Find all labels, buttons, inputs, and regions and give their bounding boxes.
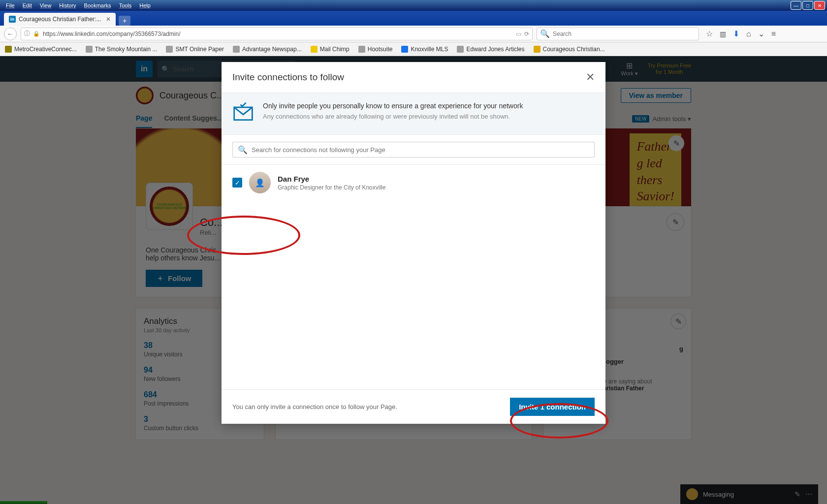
modal-title: Invite connections to follow (232, 72, 344, 83)
bookmark-favicon-icon (86, 46, 93, 53)
browser-search-input[interactable] (553, 31, 696, 37)
info-icon: ⓘ (24, 30, 30, 38)
url-text: https://www.linkedin.com/company/3536657… (43, 31, 513, 37)
tab-favicon-icon: in (9, 16, 16, 23)
envelope-check-icon (232, 102, 254, 126)
bookmark-bar: MetroCreativeConnec... The Smoky Mountai… (0, 42, 827, 56)
bookmark-item[interactable]: Courageous Christian... (534, 46, 605, 53)
modal-search-box[interactable]: 🔍 (232, 142, 595, 158)
bookmark-favicon-icon (166, 46, 173, 53)
bookmark-favicon-icon (401, 46, 408, 53)
bookmark-star-icon[interactable]: ☆ (706, 29, 713, 38)
modal-close-button[interactable]: ✕ (586, 71, 595, 84)
window-minimize-button[interactable]: — (791, 1, 801, 10)
connection-avatar: 👤 (249, 172, 271, 193)
modal-footer-hint: You can only invite a connection once to… (232, 403, 397, 410)
hamburger-icon[interactable]: ≡ (771, 30, 776, 38)
bookmark-item[interactable]: The Smoky Mountain ... (86, 46, 158, 53)
connection-subtitle: Graphic Designer for the City of Knoxvil… (278, 184, 385, 191)
bookmark-item[interactable]: Mail Chimp (311, 46, 350, 53)
menu-file[interactable]: File (2, 1, 19, 9)
bookmark-favicon-icon (311, 46, 318, 53)
search-icon: 🔍 (540, 29, 550, 38)
menu-tools[interactable]: Tools (115, 1, 136, 9)
window-close-button[interactable]: ✕ (814, 1, 825, 10)
invite-modal: Invite connections to follow ✕ Only invi… (222, 62, 605, 424)
menu-history[interactable]: History (55, 1, 80, 9)
downloads-icon[interactable]: ⬇ (733, 29, 739, 38)
banner-line2: Any connections who are already followin… (263, 113, 523, 120)
new-tab-button[interactable]: + (119, 16, 130, 26)
library-icon[interactable]: ▥ (720, 30, 726, 38)
bookmark-item[interactable]: SMT Online Paper (166, 46, 224, 53)
search-icon: 🔍 (238, 145, 248, 155)
bookmark-favicon-icon (457, 46, 464, 53)
pocket-icon[interactable]: ⌄ (758, 29, 764, 38)
home-icon[interactable]: ⌂ (746, 30, 751, 38)
connection-list: ✓ 👤 Dan Frye Graphic Designer for the Ci… (222, 165, 605, 389)
lock-icon: 🔒 (33, 31, 40, 37)
browser-toolbar: ← ⓘ 🔒 https://www.linkedin.com/company/3… (0, 26, 827, 42)
invite-button[interactable]: Invite 1 connection (510, 398, 595, 416)
bookmark-favicon-icon (534, 46, 541, 53)
browser-search-bar[interactable]: 🔍 (537, 28, 699, 40)
reload-icon[interactable]: ⟳ (524, 31, 529, 37)
menu-help[interactable]: Help (135, 1, 155, 9)
menu-edit[interactable]: Edit (19, 1, 36, 9)
bookmark-favicon-icon (358, 46, 365, 53)
modal-info-banner: Only invite people you personally know t… (222, 93, 605, 135)
menu-view[interactable]: View (36, 1, 56, 9)
window-maximize-button[interactable]: □ (802, 1, 813, 10)
page-viewport: in 🔍 ⌂ 👥 💼 ▭ 🔔 ⊞ Work ▾ Try Premium Fr (0, 56, 827, 504)
toolbar-icons: ☆ ▥ ⬇ ⌂ ⌄ ≡ (703, 29, 779, 38)
url-bar[interactable]: ⓘ 🔒 https://www.linkedin.com/company/353… (21, 28, 533, 40)
os-titlebar: File Edit View History Bookmarks Tools H… (0, 0, 827, 11)
bookmark-item[interactable]: Advantage Newspap... (233, 46, 302, 53)
connection-name: Dan Frye (278, 175, 385, 183)
tab-close-icon[interactable]: ✕ (106, 16, 111, 23)
bookmark-favicon-icon (233, 46, 240, 53)
bookmark-item[interactable]: MetroCreativeConnec... (5, 46, 77, 53)
bookmark-item[interactable]: Hootsuite (358, 46, 393, 53)
connection-checkbox[interactable]: ✓ (232, 178, 242, 188)
connection-row[interactable]: ✓ 👤 Dan Frye Graphic Designer for the Ci… (232, 172, 595, 193)
modal-footer: You can only invite a connection once to… (222, 389, 605, 424)
tab-title: Courageous Christian Father:... (19, 16, 101, 23)
browser-tab-strip: in Courageous Christian Father:... ✕ + (0, 11, 827, 26)
menu-bookmarks[interactable]: Bookmarks (80, 1, 115, 9)
modal-search-input[interactable] (252, 146, 589, 154)
bookmark-item[interactable]: Knoxville MLS (401, 46, 448, 53)
nav-back-button[interactable]: ← (4, 28, 17, 40)
reader-mode-icon[interactable]: ▭ (516, 31, 521, 37)
banner-line1: Only invite people you personally know t… (263, 102, 523, 110)
browser-tab[interactable]: in Courageous Christian Father:... ✕ (4, 13, 116, 26)
bookmark-favicon-icon (5, 46, 12, 53)
bookmark-item[interactable]: Edward Jones Articles (457, 46, 524, 53)
modal-search-wrapper: 🔍 (222, 135, 605, 165)
